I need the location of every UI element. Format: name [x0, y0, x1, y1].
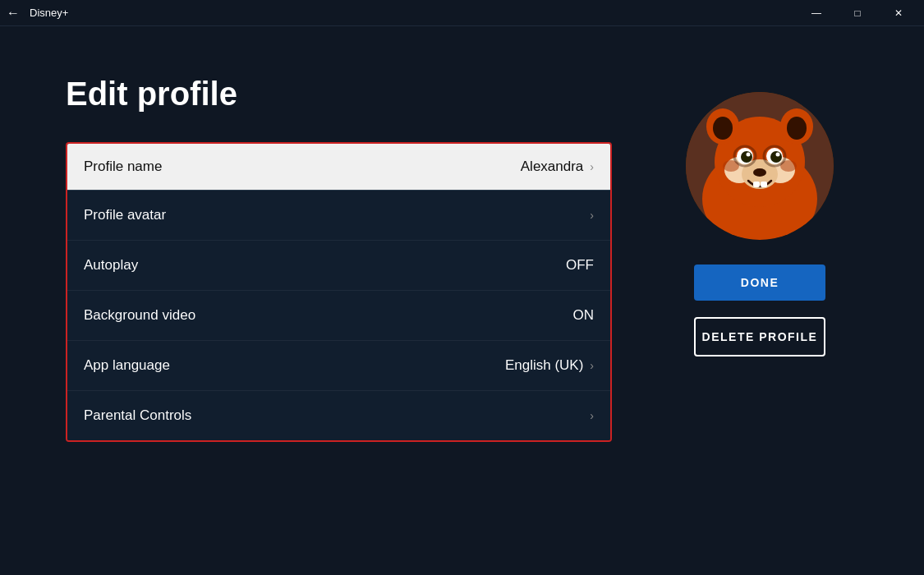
- maximize-icon: □: [854, 7, 860, 19]
- close-button[interactable]: ✕: [880, 0, 917, 26]
- setting-row-profile-name[interactable]: Profile name Alexandra ›: [67, 144, 610, 191]
- svg-point-15: [747, 153, 751, 157]
- close-icon: ✕: [894, 7, 903, 19]
- setting-row-app-language[interactable]: App language English (UK) ›: [67, 341, 610, 391]
- profile-name-chevron: ›: [590, 160, 594, 173]
- right-section: DONE DELETE PROFILE: [661, 76, 858, 442]
- app-language-chevron: ›: [590, 359, 594, 372]
- profile-name-value: Alexandra ›: [521, 159, 594, 175]
- settings-panel: Profile name Alexandra › Profile avatar …: [66, 142, 612, 442]
- minimize-icon: —: [811, 7, 821, 19]
- left-section: Edit profile Profile name Alexandra › Pr…: [66, 76, 612, 442]
- setting-row-autoplay[interactable]: Autoplay OFF: [67, 241, 610, 291]
- app-language-label: App language: [84, 357, 170, 374]
- profile-avatar-chevron: ›: [590, 209, 594, 222]
- app-title: Disney+: [30, 7, 68, 19]
- app-language-value: English (UK) ›: [505, 357, 594, 374]
- app-language-text: English (UK): [505, 357, 583, 374]
- page-title: Edit profile: [66, 76, 612, 113]
- setting-row-background-video[interactable]: Background video ON: [67, 291, 610, 341]
- done-button[interactable]: DONE: [694, 264, 825, 301]
- background-video-value: ON: [573, 307, 595, 324]
- autoplay-label: Autoplay: [84, 257, 138, 274]
- profile-avatar-value: ›: [590, 209, 594, 222]
- parental-controls-chevron: ›: [590, 409, 594, 422]
- setting-row-profile-avatar[interactable]: Profile avatar ›: [67, 191, 610, 241]
- svg-point-7: [787, 117, 807, 140]
- svg-rect-19: [761, 182, 767, 187]
- svg-point-17: [753, 168, 766, 177]
- svg-point-5: [713, 117, 733, 140]
- parental-controls-value: ›: [590, 409, 594, 422]
- profile-avatar-label: Profile avatar: [84, 207, 166, 223]
- delete-profile-button[interactable]: DELETE PROFILE: [694, 317, 825, 356]
- avatar-image: [686, 92, 834, 240]
- minimize-button[interactable]: —: [798, 0, 835, 26]
- autoplay-value: OFF: [566, 257, 594, 274]
- setting-row-parental-controls[interactable]: Parental Controls ›: [67, 391, 610, 440]
- main-content: Edit profile Profile name Alexandra › Pr…: [0, 26, 924, 475]
- title-bar-left: ← Disney+: [7, 6, 68, 21]
- parental-controls-label: Parental Controls: [84, 407, 191, 424]
- profile-name-label: Profile name: [84, 159, 162, 175]
- profile-name-text: Alexandra: [521, 159, 584, 175]
- avatar: [686, 92, 834, 240]
- svg-point-14: [770, 151, 782, 163]
- back-icon: ←: [7, 6, 20, 21]
- svg-point-16: [776, 153, 780, 157]
- title-bar: ← Disney+ — □ ✕: [0, 0, 924, 26]
- back-button[interactable]: ←: [7, 6, 20, 21]
- svg-point-13: [741, 151, 752, 163]
- background-video-label: Background video: [84, 307, 195, 324]
- maximize-button[interactable]: □: [839, 0, 876, 26]
- title-bar-controls: — □ ✕: [798, 0, 917, 26]
- svg-rect-18: [753, 182, 760, 187]
